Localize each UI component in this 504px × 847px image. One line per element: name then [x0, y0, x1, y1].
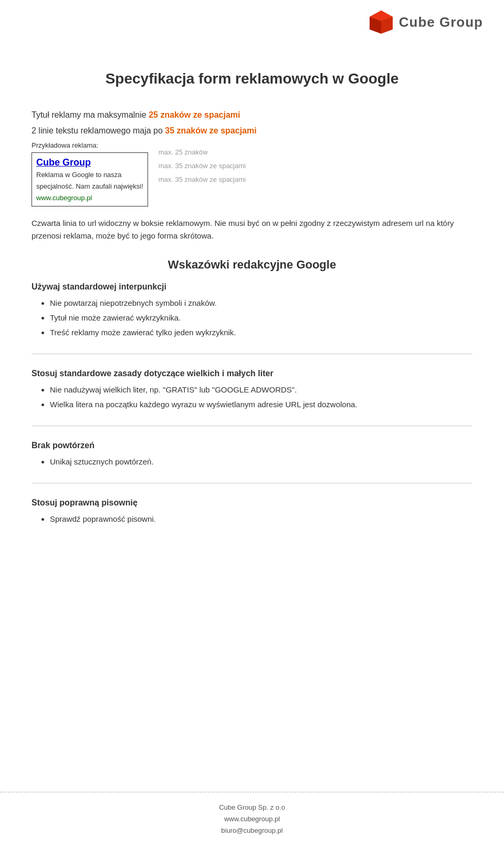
main-content: Specyfikacja form reklamowych w Google T… [0, 44, 504, 563]
ad-example-label: Przykładowa reklama: [32, 141, 148, 149]
subsection2-heading: Stosuj standardowe zasady dotyczące wiel… [32, 369, 472, 378]
subsection-wielkie-litery: Stosuj standardowe zasady dotyczące wiel… [32, 369, 472, 411]
subsection3-heading: Brak powtórzeń [32, 441, 472, 450]
intro-highlight2: 35 znaków ze spacjami [165, 126, 256, 135]
subsection4-heading: Stosuj poprawną pisownię [32, 498, 472, 508]
ad-desc2: specjalność. Nam zaufali najwięksi! [36, 182, 143, 191]
intro-section: Tytuł reklamy ma maksymalnie 25 znaków z… [32, 108, 472, 242]
subsection3-list: Unikaj sztucznych powtórzeń. [32, 456, 472, 468]
list-item: Treść reklamy może zawierać tylko jeden … [50, 326, 472, 339]
list-item: Wielka litera na początku każdego wyrazu… [50, 398, 472, 411]
subsection4-list: Sprawdź poprawność pisowni. [32, 513, 472, 525]
subsection-interpunkcja: Używaj standardowej interpunkcji Nie pow… [32, 282, 472, 339]
annotation3: max. 35 znaków ze spacjami [159, 173, 246, 187]
subsection1-list: Nie powtarzaj niepotrzebnych symboli i z… [32, 297, 472, 339]
ad-example-wrapper: Przykładowa reklama: Cube Group Reklama … [32, 141, 472, 206]
logo-container: Cube Group [369, 9, 483, 35]
editorial-heading: Wskazówki redakcyjne Google [32, 258, 472, 272]
annotation1: max. 25 znaków [159, 146, 246, 159]
footer-line2: www.cubegroup.pl [0, 813, 504, 825]
subsection-powtorzenia: Brak powtórzeń Unikaj sztucznych powtórz… [32, 441, 472, 468]
intro-highlight1: 25 znaków ze spacjami [149, 110, 240, 119]
list-item: Tytuł nie może zawierać wykrzyknika. [50, 312, 472, 324]
divider3 [32, 483, 472, 483]
intro-line2: 2 linie tekstu reklamowego maja po 35 zn… [32, 124, 472, 138]
list-item: Sprawdź poprawność pisowni. [50, 513, 472, 525]
ad-desc1: Reklama w Google to nasza [36, 170, 143, 180]
cube-group-logo-icon [369, 9, 394, 35]
subsection-pisownia: Stosuj poprawną pisownię Sprawdź poprawn… [32, 498, 472, 525]
intro-line1-prefix: Tytuł reklamy ma maksymalnie [32, 110, 149, 119]
footer-line3: biuro@cubegroup.pl [0, 825, 504, 836]
ad-example-box: Przykładowa reklama: Cube Group Reklama … [32, 141, 148, 206]
list-item: Nie nadużywaj wielkich liter, np. "GRATI… [50, 384, 472, 396]
subsection2-list: Nie nadużywaj wielkich liter, np. "GRATI… [32, 384, 472, 411]
page-title: Specyfikacja form reklamowych w Google [32, 70, 472, 87]
ad-annotations: max. 25 znaków max. 35 znaków ze spacjam… [148, 141, 246, 187]
footer-line1: Cube Group Sp. z o.o [0, 802, 504, 813]
footer: Cube Group Sp. z o.o www.cubegroup.pl bi… [0, 792, 504, 847]
list-item: Unikaj sztucznych powtórzeń. [50, 456, 472, 468]
intro-line2-prefix: 2 linie tekstu reklamowego maja po [32, 126, 165, 135]
annotation2: max. 35 znaków ze spacjami [159, 159, 246, 173]
ad-title: Cube Group [36, 157, 143, 168]
list-item: Nie powtarzaj niepotrzebnych symboli i z… [50, 297, 472, 309]
divider1 [32, 354, 472, 354]
subsection1-heading: Używaj standardowej interpunkcji [32, 282, 472, 292]
divider2 [32, 426, 472, 426]
fourth-line-text: Czwarta linia to url widoczny w boksie r… [32, 217, 472, 242]
intro-line1: Tytuł reklamy ma maksymalnie 25 znaków z… [32, 108, 472, 122]
ad-box-inner: Cube Group Reklama w Google to nasza spe… [32, 152, 148, 206]
ad-url: www.cubegroup.pl [36, 194, 143, 202]
logo-text: Cube Group [399, 14, 483, 30]
header: Cube Group [0, 0, 504, 44]
